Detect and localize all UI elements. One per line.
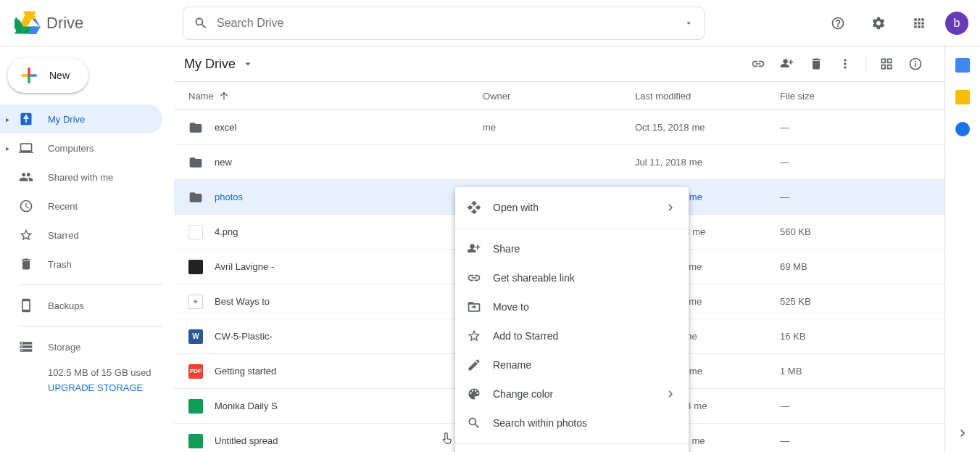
ctx-divider <box>455 443 689 444</box>
file-type-icon <box>188 260 203 274</box>
file-size: 560 KB <box>780 226 944 237</box>
sidebar-item-trash[interactable]: Trash <box>0 250 162 279</box>
sidebar-item-starred[interactable]: Starred <box>0 221 162 250</box>
file-type-icon: PDF <box>188 364 203 379</box>
search-options-icon[interactable] <box>684 18 694 28</box>
sidebar-label-my-drive: My Drive <box>48 114 85 125</box>
file-name: photos <box>215 192 243 202</box>
more-actions-button[interactable] <box>831 49 860 78</box>
nav-divider <box>19 284 162 285</box>
sidebar-item-my-drive[interactable]: My Drive <box>0 104 162 133</box>
file-row[interactable]: excelmeOct 15, 2018me— <box>174 110 944 145</box>
sidebar-item-computers[interactable]: Computers <box>0 133 162 163</box>
ctx-add-starred[interactable]: Add to Starred <box>455 321 689 350</box>
sort-asc-icon <box>218 90 230 102</box>
ctx-divider <box>455 228 689 229</box>
file-name-cell: PDFGetting started <box>174 364 483 379</box>
rename-icon <box>467 358 481 372</box>
logo-area[interactable]: Drive <box>6 10 180 36</box>
ctx-share[interactable]: Share <box>455 234 689 263</box>
search-bar[interactable] <box>183 7 705 40</box>
app-name: Drive <box>46 14 83 33</box>
color-icon <box>467 387 481 401</box>
tasks-addon-icon[interactable] <box>955 122 970 136</box>
ctx-rename[interactable]: Rename <box>455 350 689 379</box>
storage-info: 102.5 MB of 15 GB used UPGRADE STORAGE <box>0 361 174 399</box>
file-name: Best Ways to <box>215 296 270 307</box>
sidebar-label-trash: Trash <box>48 259 72 270</box>
ctx-change-color[interactable]: Change color <box>455 379 689 408</box>
help-button[interactable] <box>823 9 852 38</box>
new-button[interactable]: New <box>7 58 88 93</box>
dropdown-icon <box>241 57 254 70</box>
search-input[interactable] <box>217 17 675 30</box>
file-size: — <box>780 157 944 168</box>
sidebar-item-storage[interactable]: Storage <box>0 332 162 361</box>
file-owner: me <box>483 122 635 133</box>
ctx-open-with[interactable]: Open with <box>455 193 689 222</box>
file-size: — <box>780 192 944 202</box>
sidebar-label-computers: Computers <box>48 143 94 154</box>
chevron-right-icon <box>664 200 677 215</box>
side-panel-toggle-icon[interactable] <box>955 426 970 440</box>
column-header-size[interactable]: File size <box>780 91 944 102</box>
context-menu: Open with Share Get shareable link Move … <box>455 187 689 452</box>
breadcrumb[interactable]: My Drive <box>178 54 260 75</box>
chevron-right-icon <box>664 387 677 401</box>
file-name-cell: WCW-5-Plastic- <box>174 329 483 344</box>
header: Drive b <box>0 0 980 46</box>
ctx-search-within[interactable]: Search within photos <box>455 408 689 437</box>
file-name-cell: new <box>174 155 483 170</box>
view-details-button[interactable] <box>901 49 930 78</box>
file-name: Monika Daily S <box>215 400 278 411</box>
file-modified: Oct 15, 2018me <box>635 122 780 133</box>
plus-icon <box>17 64 41 87</box>
file-name-cell: Untitled spread <box>174 434 483 448</box>
sidebar-item-recent[interactable]: Recent <box>0 192 162 221</box>
file-name: Getting started <box>215 366 276 377</box>
ctx-move-to[interactable]: Move to <box>455 292 689 321</box>
file-type-icon <box>188 155 203 170</box>
file-type-icon: W <box>188 329 203 344</box>
keep-addon-icon[interactable] <box>955 90 970 104</box>
column-header-owner[interactable]: Owner <box>483 91 635 102</box>
toolbar: My Drive <box>174 46 944 81</box>
drive-logo-icon <box>14 10 41 36</box>
file-type-icon <box>188 225 203 239</box>
ctx-get-link[interactable]: Get shareable link <box>455 263 689 292</box>
delete-button[interactable] <box>802 49 831 78</box>
calendar-addon-icon[interactable] <box>955 58 970 73</box>
file-name: Avril Lavigne - <box>215 261 274 272</box>
get-link-button[interactable] <box>744 49 773 78</box>
file-size: — <box>780 435 944 446</box>
file-size: 1 MB <box>780 366 944 377</box>
view-grid-button[interactable] <box>872 49 901 78</box>
column-header-name[interactable]: Name <box>174 90 483 102</box>
sidebar-label-recent: Recent <box>48 201 78 212</box>
storage-used-text: 102.5 MB of 15 GB used <box>48 367 162 378</box>
sidebar-item-shared[interactable]: Shared with me <box>0 163 162 192</box>
settings-button[interactable] <box>864 9 893 38</box>
apps-button[interactable] <box>905 9 934 38</box>
file-name-cell: 4.png <box>174 225 483 239</box>
file-modified: Jul 11, 2018me <box>635 157 780 168</box>
file-type-icon: ≡ <box>188 295 203 309</box>
column-header-modified[interactable]: Last modified <box>635 91 780 102</box>
upgrade-storage-link[interactable]: UPGRADE STORAGE <box>48 382 162 393</box>
file-name-cell: Monika Daily S <box>174 399 483 414</box>
share-button[interactable] <box>773 49 802 78</box>
sidebar-item-backups[interactable]: Backups <box>0 291 162 320</box>
file-name: Untitled spread <box>215 435 278 446</box>
file-row[interactable]: newJul 11, 2018me— <box>174 145 944 180</box>
sidebar: New My Drive Computers Shared with me Re… <box>0 46 174 452</box>
search-icon <box>467 416 481 430</box>
file-type-icon <box>188 399 203 414</box>
move-to-icon <box>467 300 481 314</box>
account-avatar[interactable]: b <box>945 12 968 35</box>
star-icon <box>467 329 481 343</box>
open-with-icon <box>467 200 481 215</box>
file-type-icon <box>188 190 203 205</box>
search-icon <box>194 16 208 30</box>
file-name-cell: photos <box>174 190 483 205</box>
file-size: 16 KB <box>780 331 944 342</box>
